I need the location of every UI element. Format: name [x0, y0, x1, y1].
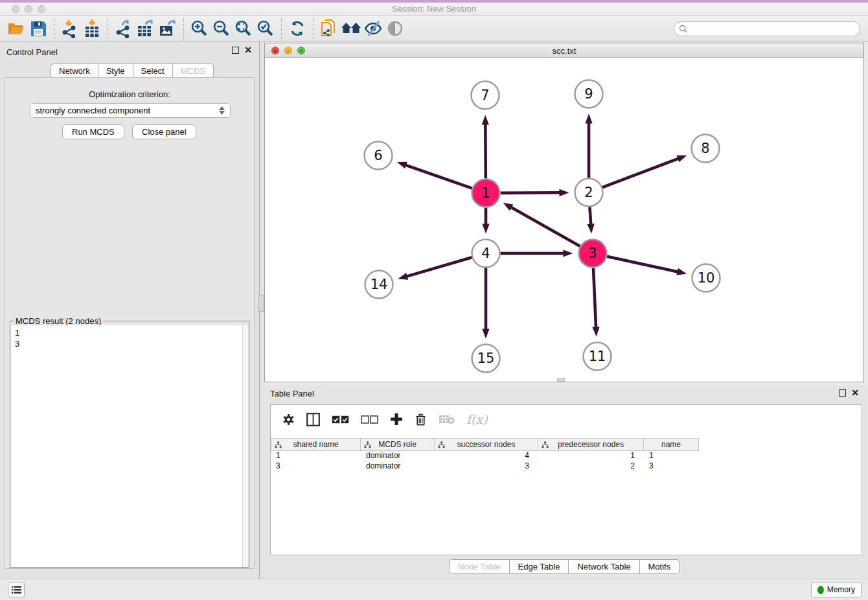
close-table-panel-icon[interactable]: ✕	[851, 389, 859, 397]
arrowhead-1-2	[559, 189, 569, 196]
node-table-container: f(x) shared nameMCDS rolesuccessor nodes…	[270, 404, 862, 555]
toolbar-separator	[313, 18, 314, 39]
edge-3-11[interactable]	[593, 268, 596, 328]
float-panel-icon[interactable]	[232, 47, 239, 54]
houses-icon[interactable]	[340, 18, 362, 39]
graph-node-15[interactable]: 15	[472, 345, 500, 373]
zoom-selected-icon[interactable]	[255, 18, 277, 39]
arrowhead-1-4	[482, 224, 489, 234]
network-graph-canvas[interactable]: 1234678910111415	[265, 58, 863, 382]
edge-4-14[interactable]	[406, 257, 472, 277]
graph-node-9[interactable]: 9	[575, 80, 603, 108]
import-table-icon[interactable]	[81, 18, 103, 39]
tab-mcds[interactable]: MCDS	[173, 63, 214, 78]
tab-network[interactable]: Network	[51, 63, 98, 78]
export-image-icon[interactable]	[157, 18, 179, 39]
search-field[interactable]	[674, 21, 860, 36]
app-titlebar: Session: New Session	[0, 0, 868, 16]
table-cell: 3	[644, 461, 699, 472]
task-manager-button[interactable]	[8, 582, 25, 597]
eye-disabled-icon[interactable]	[384, 18, 406, 39]
toolbar-separator	[281, 18, 282, 39]
delete-table-icon[interactable]	[439, 414, 455, 424]
svg-text:2: 2	[584, 185, 593, 200]
tab-motifs[interactable]: Motifs	[640, 559, 680, 574]
deselect-all-icon[interactable]	[361, 415, 378, 424]
tab-network-table[interactable]: Network Table	[569, 559, 639, 574]
edge-1-6[interactable]	[405, 165, 472, 188]
edge-3-1[interactable]	[510, 207, 580, 246]
graph-node-2[interactable]: 2	[575, 179, 603, 207]
graph-node-7[interactable]: 7	[472, 82, 499, 110]
function-builder-icon[interactable]: f(x)	[466, 412, 488, 426]
zoom-in-icon[interactable]	[188, 18, 211, 39]
svg-text:11: 11	[589, 349, 606, 364]
column-header-successor-nodes[interactable]: successor nodes	[435, 438, 538, 451]
tab-edge-table[interactable]: Edge Table	[510, 559, 569, 574]
graph-node-3[interactable]: 3	[579, 240, 607, 268]
graph-node-11[interactable]: 11	[584, 343, 611, 371]
graph-node-4[interactable]: 4	[472, 240, 500, 268]
svg-text:10: 10	[698, 270, 715, 286]
control-panel-buttons: ✕	[232, 47, 252, 54]
float-table-panel-icon[interactable]	[839, 389, 846, 397]
refresh-icon[interactable]	[286, 18, 308, 39]
split-divider-grip[interactable]	[258, 295, 264, 312]
select-all-icon[interactable]	[332, 415, 349, 424]
settings-gear-icon[interactable]	[282, 413, 295, 426]
edge-3-10[interactable]	[607, 257, 679, 272]
arrowhead-2-3	[588, 224, 595, 233]
import-network-icon[interactable]	[59, 18, 81, 39]
split-panel-icon[interactable]	[306, 413, 320, 426]
svg-text:8: 8	[701, 141, 709, 156]
network-from-file-icon[interactable]	[318, 18, 340, 39]
zoom-out-icon[interactable]	[211, 18, 233, 39]
edge-1-2[interactable]	[500, 192, 560, 193]
table-cell: 4	[435, 451, 538, 461]
edge-2-8[interactable]	[602, 158, 679, 187]
arrowhead-4-15	[482, 329, 489, 339]
tab-node-table[interactable]: Node Table	[449, 559, 510, 574]
zoom-fit-icon[interactable]	[233, 18, 255, 39]
search-input[interactable]	[690, 25, 860, 34]
result-scrollbar[interactable]	[242, 325, 248, 567]
tab-style[interactable]: Style	[98, 63, 133, 78]
arrowhead-1-7	[482, 115, 489, 124]
mcds-result-text[interactable]: 1 3	[11, 325, 243, 567]
arrowhead-3-11	[592, 327, 599, 336]
save-session-icon[interactable]	[27, 18, 49, 39]
optimization-criterion-select[interactable]: strongly connected component	[30, 103, 231, 118]
svg-text:15: 15	[477, 351, 495, 366]
graph-node-6[interactable]: 6	[365, 142, 393, 170]
column-header-name[interactable]: name	[644, 438, 699, 451]
horizontal-split-grip[interactable]	[557, 378, 565, 382]
memory-button[interactable]: Memory	[811, 582, 862, 597]
table-row[interactable]: 3dominator323	[271, 461, 862, 472]
table-row[interactable]: 1dominator411	[271, 451, 862, 461]
table-cell: dominator	[361, 461, 435, 472]
hide-eye-icon[interactable]	[362, 18, 384, 39]
tab-select[interactable]: Select	[133, 63, 173, 78]
column-header-predecessor-nodes[interactable]: predecessor nodes	[538, 438, 644, 451]
arrowhead-2-9	[585, 114, 592, 124]
run-mcds-button[interactable]: Run MCDS	[62, 124, 124, 139]
delete-column-icon[interactable]	[415, 413, 427, 426]
mcds-result-fieldset: MCDS result (2 nodes) 1 3	[10, 321, 249, 568]
graph-node-1[interactable]: 1	[472, 179, 500, 207]
close-panel-button[interactable]: Close panel	[132, 124, 196, 139]
edge-1-7[interactable]	[485, 123, 486, 178]
column-header-MCDS-role[interactable]: MCDS role	[361, 438, 435, 451]
network-window-titlebar[interactable]: × − + scc.txt	[265, 43, 863, 58]
column-header-shared-name[interactable]: shared name	[271, 438, 361, 451]
open-session-icon[interactable]	[5, 18, 27, 39]
edge-2-3[interactable]	[589, 207, 591, 225]
toolbar-separator	[54, 18, 54, 39]
export-network-icon[interactable]	[113, 18, 135, 39]
add-column-icon[interactable]	[390, 413, 403, 426]
export-table-icon[interactable]	[135, 18, 157, 39]
graph-node-14[interactable]: 14	[365, 271, 393, 299]
selected-criterion: strongly connected component	[36, 106, 150, 115]
close-panel-icon[interactable]: ✕	[244, 47, 252, 54]
graph-node-8[interactable]: 8	[692, 135, 720, 163]
graph-node-10[interactable]: 10	[692, 264, 720, 292]
